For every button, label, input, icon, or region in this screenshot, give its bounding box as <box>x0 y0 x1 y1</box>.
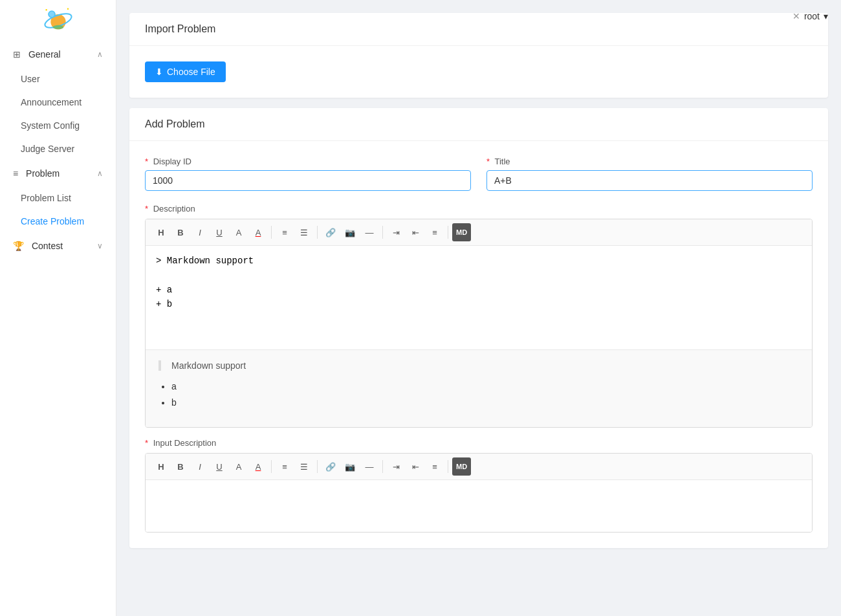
input-toolbar-indent-right-btn[interactable]: ⇥ <box>387 457 405 476</box>
toolbar-italic-btn[interactable]: I <box>191 223 209 241</box>
toolbar-indent-left-btn[interactable]: ⇤ <box>406 223 424 241</box>
sidebar-item-system-config[interactable]: System Config <box>0 114 116 137</box>
toolbar-unordered-list-btn[interactable]: ☰ <box>295 223 313 241</box>
toolbar-ordered-list-btn[interactable]: ≡ <box>276 223 294 241</box>
topbar-user[interactable]: ✕ root ▾ <box>792 11 828 21</box>
input-toolbar-font-color-btn[interactable]: A <box>230 457 248 476</box>
import-problem-body: ⬇ Choose File <box>129 46 828 98</box>
sidebar-item-announcement[interactable]: Announcement <box>0 91 116 114</box>
menu-group-contest[interactable]: 🏆 Contest ∨ <box>0 233 116 259</box>
svg-point-3 <box>49 12 54 17</box>
input-toolbar-italic-btn[interactable]: I <box>191 457 209 476</box>
contest-icon: 🏆 <box>13 241 24 251</box>
input-toolbar-heading-btn[interactable]: H <box>152 457 170 476</box>
menu-group-general[interactable]: ⊞ General ∧ <box>0 41 116 67</box>
input-toolbar-align-btn[interactable]: ≡ <box>426 457 444 476</box>
preview-list-item-a: a <box>171 379 799 395</box>
general-icon: ⊞ <box>13 49 21 60</box>
input-description-label: * Input Description <box>145 438 813 448</box>
sidebar: ⊞ General ∧ User Announcement System Con… <box>0 0 116 616</box>
topbar-close-icon: ✕ <box>792 11 800 21</box>
toolbar-highlight-btn[interactable]: A <box>249 223 267 241</box>
description-toolbar: H B I U A A ≡ ☰ 🔗 📷 — ⇥ <box>146 219 812 246</box>
input-toolbar-markdown-btn[interactable]: MD <box>452 457 471 476</box>
sidebar-item-user[interactable]: User <box>0 67 116 91</box>
svg-point-5 <box>67 8 69 10</box>
menu-group-contest-label: Contest <box>32 241 63 251</box>
problem-chevron: ∧ <box>97 169 103 178</box>
sidebar-item-judge-server[interactable]: Judge Server <box>0 137 116 160</box>
input-toolbar-underline-btn[interactable]: U <box>210 457 228 476</box>
toolbar-divider-1 <box>271 226 272 239</box>
input-toolbar-image-btn[interactable]: 📷 <box>341 457 359 476</box>
topbar-username: root <box>804 11 820 21</box>
description-editor-content-wrapper: > Markdown support + a + b <box>146 246 812 349</box>
menu-group-problem[interactable]: ≡ Problem ∧ <box>0 160 116 186</box>
toolbar-hr-btn[interactable]: — <box>360 223 378 241</box>
input-toolbar-divider-1 <box>271 460 272 473</box>
import-problem-card: Import Problem ⬇ Choose File <box>129 13 828 98</box>
logo-area <box>0 0 116 41</box>
input-toolbar-highlight-btn[interactable]: A <box>249 457 267 476</box>
preview-list-item-b: b <box>171 395 799 411</box>
input-toolbar-hr-btn[interactable]: — <box>360 457 378 476</box>
input-description-editor-content[interactable] <box>146 480 812 532</box>
description-label: * Description <box>145 204 813 214</box>
display-id-input[interactable] <box>145 170 471 191</box>
toolbar-divider-3 <box>382 226 383 239</box>
input-description-editor-wrapper: H B I U A A ≡ ☰ 🔗 📷 — ⇥ <box>145 453 813 533</box>
svg-point-6 <box>52 25 63 30</box>
form-group-title: * Title <box>486 157 813 191</box>
choose-file-button[interactable]: ⬇ Choose File <box>145 61 226 82</box>
sidebar-item-problem-list[interactable]: Problem List <box>0 186 116 210</box>
toolbar-link-btn[interactable]: 🔗 <box>322 223 340 241</box>
problem-icon: ≡ <box>13 168 18 179</box>
input-toolbar-bold-btn[interactable]: B <box>171 457 190 476</box>
toolbar-divider-2 <box>317 226 318 239</box>
input-toolbar-indent-left-btn[interactable]: ⇤ <box>406 457 424 476</box>
toolbar-markdown-btn[interactable]: MD <box>452 223 471 241</box>
toolbar-underline-btn[interactable]: U <box>210 223 228 241</box>
import-problem-title: Import Problem <box>129 13 828 46</box>
title-label: * Title <box>486 157 813 166</box>
app-logo <box>42 5 74 37</box>
menu-group-general-label: General <box>28 49 61 60</box>
toolbar-indent-right-btn[interactable]: ⇥ <box>387 223 405 241</box>
contest-chevron: ∨ <box>97 241 103 250</box>
add-problem-title: Add Problem <box>129 108 828 141</box>
input-toolbar-ordered-list-btn[interactable]: ≡ <box>276 457 294 476</box>
input-toolbar-unordered-list-btn[interactable]: ☰ <box>295 457 313 476</box>
general-children: User Announcement System Config Judge Se… <box>0 67 116 160</box>
toolbar-align-btn[interactable]: ≡ <box>426 223 444 241</box>
topbar: ✕ root ▾ <box>792 0 841 32</box>
svg-point-4 <box>45 9 47 10</box>
description-preview: Markdown support a b <box>146 349 812 427</box>
toolbar-image-btn[interactable]: 📷 <box>341 223 359 241</box>
display-id-required: * <box>145 157 148 166</box>
general-chevron: ∧ <box>97 50 103 59</box>
display-id-label: * Display ID <box>145 157 471 166</box>
description-section: * Description H B I U A A ≡ ☰ <box>145 204 813 428</box>
sidebar-item-create-problem[interactable]: Create Problem <box>0 210 116 233</box>
problem-children: Problem List Create Problem <box>0 186 116 233</box>
input-toolbar-divider-4 <box>448 460 448 473</box>
input-description-toolbar: H B I U A A ≡ ☰ 🔗 📷 — ⇥ <box>146 454 812 480</box>
input-toolbar-divider-2 <box>317 460 318 473</box>
input-toolbar-divider-3 <box>382 460 383 473</box>
topbar-dropdown-icon: ▾ <box>824 11 828 21</box>
toolbar-heading-btn[interactable]: H <box>152 223 170 241</box>
menu-group-problem-label: Problem <box>26 168 60 179</box>
description-editor-content[interactable]: > Markdown support + a + b <box>146 246 812 349</box>
preview-list: a b <box>158 379 799 411</box>
preview-blockquote: Markdown support <box>158 360 799 371</box>
choose-file-label: Choose File <box>167 67 215 77</box>
title-required: * <box>486 157 490 166</box>
description-editor-wrapper: H B I U A A ≡ ☰ 🔗 📷 — ⇥ <box>145 219 813 428</box>
add-problem-card: Add Problem * Display ID * Title <box>129 108 828 548</box>
toolbar-bold-btn[interactable]: B <box>171 223 190 241</box>
sidebar-menu: ⊞ General ∧ User Announcement System Con… <box>0 41 116 616</box>
input-toolbar-link-btn[interactable]: 🔗 <box>322 457 340 476</box>
add-problem-body: * Display ID * Title * Descript <box>129 141 828 548</box>
title-input[interactable] <box>486 170 813 191</box>
toolbar-font-color-btn[interactable]: A <box>230 223 248 241</box>
